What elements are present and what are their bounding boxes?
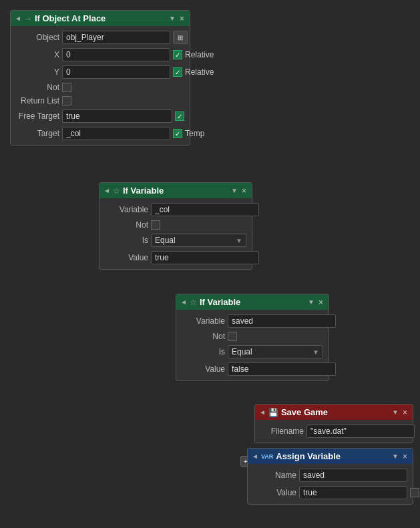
filename-row: Filename bbox=[255, 423, 413, 440]
variable-2-is-select[interactable]: Equal ▼ bbox=[228, 345, 323, 358]
if-object-at-place-panel: ◄ → If Object At Place ▼ × Object ⊞ X Re… bbox=[10, 10, 190, 146]
assign-variable-header[interactable]: ◄ VAR Assign Variable ▼ × bbox=[248, 449, 413, 464]
select-arrow-1: ▼ bbox=[236, 237, 242, 244]
variable-icon-1: ☆ bbox=[113, 186, 120, 196]
x-relative-label: Relative bbox=[185, 50, 214, 59]
variable-2-input[interactable] bbox=[228, 314, 336, 328]
assign-relative-checkbox[interactable] bbox=[410, 488, 419, 497]
save-game-panel: ◄ 💾 Save Game ▼ × Filename bbox=[254, 404, 413, 443]
target-row: Target Temp bbox=[11, 125, 190, 142]
dropdown-icon-3[interactable]: ▼ bbox=[308, 298, 314, 306]
assign-icon: VAR bbox=[261, 453, 273, 460]
variable-1-is-row: Is Equal ▼ bbox=[99, 232, 252, 249]
variable-2-not-label: Not bbox=[182, 332, 225, 341]
variable-1-is-label: Is bbox=[105, 236, 148, 245]
object-input[interactable] bbox=[62, 31, 170, 44]
save-game-body: Filename bbox=[255, 420, 413, 443]
object-label: Object bbox=[16, 33, 59, 42]
x-row: X Relative bbox=[11, 46, 190, 63]
variable-1-name-row: Variable bbox=[99, 201, 252, 218]
save-icon: 💾 bbox=[268, 408, 278, 417]
if-variable-1-header[interactable]: ◄ ☆ If Variable ▼ × bbox=[99, 183, 252, 198]
variable-1-label: Variable bbox=[105, 205, 148, 214]
close-button-5[interactable]: × bbox=[401, 452, 409, 461]
x-relative-checkbox[interactable] bbox=[173, 50, 182, 59]
collapse-icon-4[interactable]: ◄ bbox=[259, 409, 266, 416]
y-relative-checkbox[interactable] bbox=[173, 67, 182, 77]
dropdown-icon-5[interactable]: ▼ bbox=[392, 453, 399, 460]
return-list-row: Return List bbox=[11, 94, 190, 107]
browse-icon-glyph: ⊞ bbox=[178, 34, 183, 41]
variable-2-is-value: Equal bbox=[232, 347, 252, 356]
filename-input[interactable] bbox=[306, 425, 415, 438]
x-input[interactable] bbox=[62, 48, 170, 61]
not-checkbox[interactable] bbox=[62, 83, 71, 92]
filename-label: Filename bbox=[260, 427, 304, 436]
y-row: Y Relative bbox=[11, 63, 190, 81]
assign-value-input[interactable] bbox=[299, 486, 407, 499]
object-row: Object ⊞ bbox=[11, 29, 190, 46]
variable-2-not-row: Not bbox=[176, 330, 329, 343]
collapse-icon-3[interactable]: ◄ bbox=[180, 298, 187, 306]
free-target-input[interactable] bbox=[62, 109, 172, 123]
not-label: Not bbox=[16, 83, 59, 92]
variable-1-value-row: Value bbox=[99, 249, 252, 266]
collapse-icon-5[interactable]: ◄ bbox=[252, 453, 258, 460]
variable-2-value-label: Value bbox=[182, 364, 225, 374]
if-object-at-place-title: If Object At Place bbox=[35, 13, 166, 23]
if-variable-2-header[interactable]: ◄ ☆ If Variable ▼ × bbox=[176, 294, 329, 310]
if-variable-2-panel: ◄ ☆ If Variable ▼ × Variable Not Is Equa… bbox=[176, 294, 329, 381]
dropdown-icon[interactable]: ▼ bbox=[169, 15, 176, 22]
if-variable-2-title: If Variable bbox=[200, 297, 305, 307]
target-input[interactable] bbox=[62, 127, 170, 140]
return-list-label: Return List bbox=[16, 96, 59, 105]
target-temp-checkbox[interactable] bbox=[173, 129, 182, 138]
assign-name-input[interactable] bbox=[299, 469, 407, 482]
variable-2-label: Variable bbox=[182, 316, 225, 326]
target-label: Target bbox=[16, 129, 59, 138]
dropdown-icon-4[interactable]: ▼ bbox=[392, 409, 399, 416]
close-button-2[interactable]: × bbox=[240, 186, 248, 196]
if-variable-1-panel: ◄ ☆ If Variable ▼ × Variable Not Is Equa… bbox=[99, 182, 252, 270]
variable-1-value-input[interactable] bbox=[151, 251, 259, 264]
y-relative-label: Relative bbox=[185, 67, 214, 77]
assign-variable-title: Assign Variable bbox=[276, 451, 389, 461]
close-button-4[interactable]: × bbox=[401, 408, 409, 417]
dropdown-icon-2[interactable]: ▼ bbox=[231, 187, 238, 194]
variable-2-not-checkbox[interactable] bbox=[228, 332, 237, 341]
y-input[interactable] bbox=[62, 65, 170, 79]
assign-variable-body: Name Value Relative bbox=[248, 464, 413, 504]
save-game-header[interactable]: ◄ 💾 Save Game ▼ × bbox=[255, 405, 413, 420]
variable-1-not-row: Not bbox=[99, 218, 252, 232]
if-variable-2-body: Variable Not Is Equal ▼ Value bbox=[176, 310, 329, 380]
collapse-icon[interactable]: ◄ bbox=[15, 15, 21, 22]
variable-2-name-row: Variable bbox=[176, 312, 329, 330]
variable-1-input[interactable] bbox=[151, 203, 259, 216]
free-target-label: Free Target bbox=[16, 111, 59, 121]
return-list-checkbox[interactable] bbox=[62, 96, 71, 105]
variable-2-value-input[interactable] bbox=[228, 362, 336, 376]
free-target-row: Free Target bbox=[11, 107, 190, 125]
if-object-at-place-header[interactable]: ◄ → If Object At Place ▼ × bbox=[11, 11, 190, 26]
variable-1-not-label: Not bbox=[105, 220, 148, 230]
close-button[interactable]: × bbox=[178, 14, 186, 23]
select-arrow-2: ▼ bbox=[312, 348, 319, 356]
variable-2-value-row: Value bbox=[176, 360, 329, 378]
assign-variable-panel: ◄ VAR Assign Variable ▼ × Name Value Rel… bbox=[247, 448, 413, 505]
variable-1-not-checkbox[interactable] bbox=[151, 220, 160, 230]
object-browse-icon[interactable]: ⊞ bbox=[173, 31, 188, 44]
if-variable-1-title: If Variable bbox=[123, 186, 228, 196]
x-label: X bbox=[16, 50, 59, 59]
object-icon: → bbox=[24, 14, 32, 23]
if-variable-1-body: Variable Not Is Equal ▼ Value bbox=[99, 198, 252, 269]
not-row: Not bbox=[11, 81, 190, 94]
assign-name-label: Name bbox=[253, 471, 296, 480]
assign-value-row: Value Relative bbox=[248, 484, 413, 501]
y-label: Y bbox=[16, 67, 59, 77]
if-object-at-place-body: Object ⊞ X Relative Y Relative Not Retur bbox=[11, 26, 190, 145]
variable-2-is-row: Is Equal ▼ bbox=[176, 343, 329, 360]
free-target-checkbox[interactable] bbox=[175, 111, 184, 121]
variable-1-is-select[interactable]: Equal ▼ bbox=[151, 234, 246, 247]
collapse-icon-2[interactable]: ◄ bbox=[103, 187, 110, 194]
close-button-3[interactable]: × bbox=[317, 298, 325, 307]
